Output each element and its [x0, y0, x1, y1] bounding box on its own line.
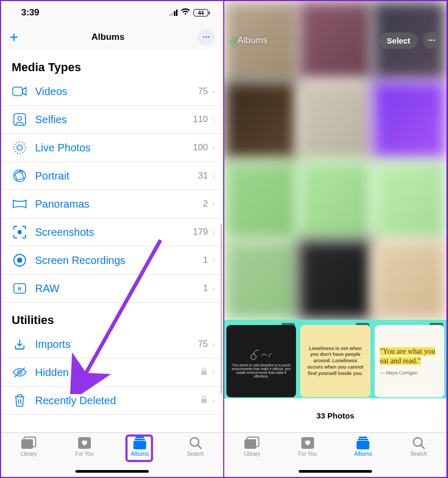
quote-card: The secret to self-discipline is to avoi… — [226, 325, 296, 397]
home-indicator[interactable] — [75, 470, 149, 473]
row-imports[interactable]: Imports 75 › — [1, 330, 223, 358]
row-label: Videos — [35, 86, 198, 98]
scroll-content[interactable]: Media Types Videos 75 › Selfies 110 › Li… — [1, 50, 223, 432]
search-icon — [410, 436, 427, 450]
row-videos[interactable]: Videos 75 › — [1, 78, 223, 106]
chevron-right-icon: › — [212, 200, 215, 208]
row-count: 1 — [203, 283, 208, 294]
chevron-right-icon: › — [212, 340, 215, 348]
row-label: Recently Deleted — [35, 395, 200, 407]
photo-thumbnail[interactable] — [224, 160, 298, 240]
photo-grid[interactable]: The secret to self-discipline is to avoi… — [224, 1, 446, 399]
library-icon — [20, 436, 37, 450]
row-count: 31 — [198, 170, 208, 181]
row-label: Imports — [35, 338, 198, 351]
photo-thumbnail[interactable] — [224, 81, 298, 160]
select-button[interactable]: Select — [379, 32, 418, 49]
chevron-right-icon: › — [212, 228, 215, 236]
row-label: Selfies — [35, 114, 193, 126]
status-time: 3:39 — [21, 7, 39, 18]
row-label: Portrait — [35, 170, 198, 182]
row-count: 75 — [198, 339, 208, 349]
row-label: Live Photos — [35, 142, 193, 154]
svg-point-3 — [17, 145, 22, 150]
nav-header: + Albums ··· — [1, 24, 223, 50]
svg-point-26 — [251, 354, 256, 360]
quote-card: "You are what you eat and read." — Maya … — [375, 325, 444, 397]
live-photo-icon — [12, 140, 28, 155]
chevron-right-icon: › — [212, 396, 215, 405]
more-button[interactable]: ··· — [423, 32, 440, 49]
photo-thumbnail[interactable] — [373, 160, 446, 240]
tab-library[interactable]: Library — [233, 436, 271, 477]
tab-search[interactable]: Search — [400, 436, 437, 477]
photo-thumbnail[interactable] — [298, 160, 372, 240]
row-count: 100 — [193, 142, 208, 153]
record-circle-icon — [12, 253, 28, 268]
back-button[interactable]: ‹ Albums — [231, 35, 267, 46]
more-button[interactable]: ··· — [198, 29, 215, 46]
svg-rect-0 — [13, 87, 22, 96]
eye-slash-icon — [12, 365, 28, 380]
photo-thumbnail[interactable] — [224, 240, 298, 320]
svg-rect-1 — [14, 114, 26, 125]
svg-point-6 — [18, 231, 21, 234]
chevron-right-icon: › — [212, 256, 215, 264]
trash-icon — [12, 393, 28, 408]
svg-rect-31 — [244, 439, 256, 449]
svg-point-21 — [190, 438, 199, 446]
tab-search[interactable]: Search — [177, 436, 214, 477]
photo-thumbnail[interactable]: The secret to self-discipline is to avoi… — [224, 320, 298, 399]
chevron-right-icon: › — [212, 87, 215, 96]
row-count: 2 — [203, 199, 208, 209]
tab-label: Library — [21, 451, 37, 457]
screenshot-icon — [12, 225, 28, 240]
photo-count-footer: 33 Photos — [224, 398, 446, 432]
photo-thumbnail[interactable] — [298, 81, 372, 160]
svg-point-4 — [14, 142, 26, 153]
photo-thumbnail[interactable] — [373, 81, 446, 160]
photo-thumbnail[interactable]: Loneliness is not when you don't have pe… — [298, 320, 372, 399]
add-button[interactable]: + — [10, 29, 18, 46]
tab-label: Search — [187, 451, 204, 457]
lock-icon — [200, 367, 208, 378]
row-raw[interactable]: R RAW 1 › — [1, 275, 223, 303]
section-utilities: Utilities — [1, 303, 223, 330]
chevron-right-icon: › — [212, 368, 215, 377]
row-live-photos[interactable]: Live Photos 100 › — [1, 134, 223, 162]
raw-badge-icon: R — [12, 281, 28, 296]
photo-thumbnail[interactable] — [298, 240, 372, 320]
albums-stack-icon — [354, 436, 371, 450]
svg-rect-36 — [359, 437, 367, 438]
row-selfies[interactable]: Selfies 110 › — [1, 106, 223, 134]
annotation-box-albums — [125, 434, 153, 462]
row-label: Screenshots — [35, 226, 193, 238]
home-indicator[interactable] — [299, 470, 372, 473]
row-screenshots[interactable]: Screenshots 179 › — [1, 218, 223, 246]
svg-text:R: R — [18, 286, 22, 292]
chevron-left-icon: ‹ — [231, 36, 236, 45]
tab-library[interactable]: Library — [10, 436, 47, 477]
tab-label: Search — [410, 451, 427, 457]
quote-card: Loneliness is not when you don't have pe… — [300, 325, 370, 397]
svg-rect-13 — [201, 371, 207, 375]
row-recently-deleted[interactable]: Recently Deleted › — [1, 387, 223, 415]
scrollbar[interactable] — [221, 224, 222, 394]
photo-thumbnail[interactable] — [373, 240, 446, 320]
row-label: Panoramas — [35, 198, 203, 210]
panorama-icon — [12, 197, 28, 211]
heart-square-icon — [76, 436, 93, 450]
row-label: RAW — [35, 283, 203, 295]
row-screen-recordings[interactable]: Screen Recordings 1 › — [1, 246, 223, 275]
library-icon — [243, 436, 260, 450]
page-title: Albums — [91, 32, 124, 42]
right-phone-screenshot: The secret to self-discipline is to avoi… — [224, 1, 446, 477]
tab-label: For You — [299, 451, 317, 457]
left-phone-screenshot: 3:39 44 + Albums ··· Media Types Videos … — [1, 1, 223, 477]
row-panoramas[interactable]: Panoramas 2 › — [1, 190, 223, 218]
svg-line-22 — [198, 445, 201, 449]
back-label: Albums — [238, 35, 268, 46]
row-hidden[interactable]: Hidden › — [1, 358, 223, 387]
row-portrait[interactable]: Portrait 31 › — [1, 162, 223, 190]
photo-thumbnail[interactable]: "You are what you eat and read." — Maya … — [373, 320, 446, 399]
